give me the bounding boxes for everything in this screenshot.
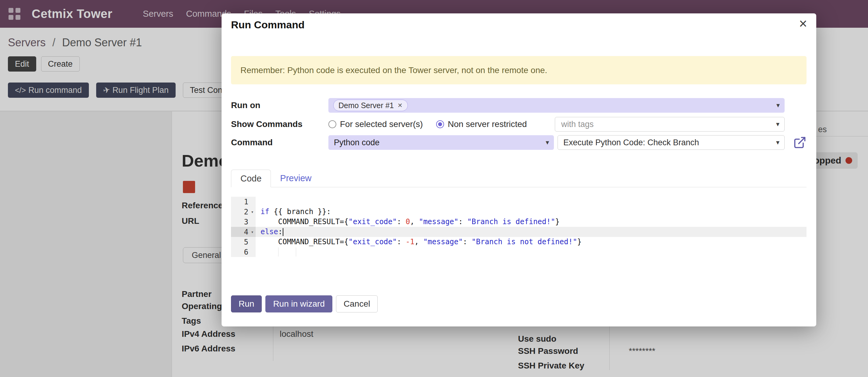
modal-footer: Run Run in wizard Cancel xyxy=(231,295,378,313)
radio-unselected-icon[interactable] xyxy=(329,120,336,128)
code-line-4[interactable]: else: xyxy=(256,227,807,237)
remove-tag-icon[interactable]: ✕ xyxy=(398,102,403,109)
screen: Cetmix Tower ServersCommandsFilesToolsSe… xyxy=(0,0,868,377)
command-select-value: Execute Python Code: Check Branch xyxy=(563,138,699,147)
gutter-line-number: 1 xyxy=(231,197,256,207)
radio-option-label: Non server restricted xyxy=(448,119,527,129)
radio-selected-icon[interactable] xyxy=(436,120,444,128)
code-token: : xyxy=(397,218,406,226)
code-token: } xyxy=(555,218,559,226)
show-commands-radiogroup: For selected server(s)Non server restric… xyxy=(329,117,527,132)
fold-toggle-icon[interactable]: ▾ xyxy=(249,209,256,215)
with-tags-placeholder: with tags xyxy=(561,120,594,129)
code-token: "exit_code" xyxy=(348,237,397,246)
code-token: } xyxy=(577,237,581,246)
command-type-value: Python code xyxy=(334,138,379,147)
gutter-line-number: 2▾ xyxy=(231,207,256,217)
tab-code[interactable]: Code xyxy=(231,170,271,187)
text-cursor xyxy=(283,228,283,236)
server-tag-chip[interactable]: Demo Server #1 ✕ xyxy=(333,99,408,111)
code-token: if xyxy=(260,207,269,216)
code-token: "message" xyxy=(419,218,458,226)
code-token: , xyxy=(414,237,423,246)
code-token: : xyxy=(463,237,472,246)
code-line-5[interactable]: COMMAND_RESULT={"exit_code": -1, "messag… xyxy=(256,237,807,247)
radio-option-label: For selected server(s) xyxy=(340,119,423,129)
code-line-2[interactable]: if {{ branch }}: xyxy=(256,207,807,217)
command-label: Command xyxy=(231,138,273,147)
cancel-button[interactable]: Cancel xyxy=(336,295,378,313)
code-token: "Branch is not defined!" xyxy=(472,237,577,246)
server-tag-label: Demo Server #1 xyxy=(338,101,394,110)
code-token: COMMAND_RESULT={ xyxy=(260,218,348,226)
run-on-label: Run on xyxy=(231,100,260,110)
code-token: {{ branch }}: xyxy=(269,207,331,216)
code-token: 0 xyxy=(406,218,410,226)
command-type-select[interactable]: Python code ▾ xyxy=(329,135,554,150)
editor-gutter: 12▾34▾56 xyxy=(231,197,256,257)
run-on-field[interactable]: Demo Server #1 ✕ ▾ xyxy=(329,98,785,113)
radio-option-1[interactable]: Non server restricted xyxy=(436,119,527,129)
run-in-wizard-button[interactable]: Run in wizard xyxy=(266,295,332,313)
command-select[interactable]: Execute Python Code: Check Branch ▾ xyxy=(558,135,785,150)
code-line-3[interactable]: COMMAND_RESULT={"exit_code": 0, "message… xyxy=(256,217,807,227)
code-token: : xyxy=(458,218,467,226)
code-token: "exit_code" xyxy=(348,218,397,226)
run-command-modal: Run Command × Remember: Python code is e… xyxy=(222,13,816,326)
gutter-line-number: 5 xyxy=(231,237,256,247)
gutter-line-number: 3 xyxy=(231,217,256,227)
code-token: "message" xyxy=(423,237,463,246)
chevron-down-icon[interactable]: ▾ xyxy=(776,139,779,146)
run-button[interactable]: Run xyxy=(231,295,262,313)
code-token: : xyxy=(278,228,282,236)
tab-preview[interactable]: Preview xyxy=(271,169,320,187)
code-token: , xyxy=(410,218,419,226)
show-commands-label: Show Commands xyxy=(231,119,303,129)
fold-toggle-icon[interactable]: ▾ xyxy=(249,229,256,235)
chevron-down-icon[interactable]: ▾ xyxy=(776,120,779,128)
code-line-6[interactable] xyxy=(256,247,807,257)
with-tags-select[interactable]: with tags ▾ xyxy=(555,117,785,132)
gutter-line-number: 4▾ xyxy=(231,227,256,237)
code-token: "Branch is defined!" xyxy=(467,218,555,226)
code-token: COMMAND_RESULT={ xyxy=(260,237,348,246)
external-link-icon[interactable] xyxy=(793,136,807,149)
code-token: : xyxy=(397,237,406,246)
gutter-line-number: 6 xyxy=(231,247,256,257)
indent-guide xyxy=(296,248,296,256)
radio-option-0[interactable]: For selected server(s) xyxy=(329,119,423,129)
editor-code-area[interactable]: if {{ branch }}: COMMAND_RESULT={"exit_c… xyxy=(256,197,807,257)
modal-title: Run Command xyxy=(231,19,305,31)
python-warning-alert: Remember: Python code is executed on the… xyxy=(231,56,807,84)
code-token: else xyxy=(260,228,278,236)
code-editor[interactable]: 12▾34▾56 if {{ branch }}: COMMAND_RESULT… xyxy=(231,197,807,257)
code-line-1[interactable] xyxy=(256,197,807,207)
close-icon[interactable]: × xyxy=(799,17,807,30)
chevron-down-icon[interactable]: ▾ xyxy=(546,139,549,146)
code-token: -1 xyxy=(406,237,414,246)
chevron-down-icon[interactable]: ▾ xyxy=(776,102,780,109)
editor-tabs: Code Preview xyxy=(231,170,807,187)
